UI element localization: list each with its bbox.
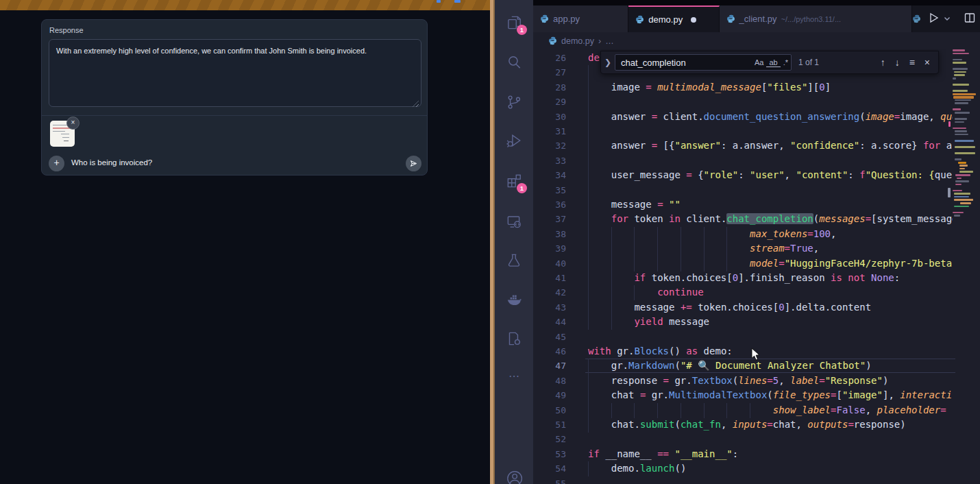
remove-image-button[interactable]: × (66, 117, 79, 130)
response-label: Response (49, 26, 84, 34)
upload-file-button[interactable]: + (49, 156, 64, 171)
find-input[interactable]: chat_completion Aa ab .* (615, 54, 792, 71)
code-line: answer = client.document_question_answer… (588, 110, 953, 125)
minimap-line (955, 134, 968, 136)
gradio-app: Response × + Who is being invoiced? (0, 0, 490, 484)
line-number: 48 (533, 374, 566, 388)
minimap-line (953, 68, 968, 70)
code-editor[interactable]: ❯ chat_completion Aa ab .* 1 of 1 ↑ ↓ ≡ … (533, 49, 980, 484)
match-case-toggle[interactable]: Aa (752, 58, 766, 66)
minimap-line (955, 99, 971, 101)
minimap-line (955, 174, 970, 176)
minimap-line (953, 90, 968, 92)
tab-demo-py[interactable]: demo.py (628, 5, 719, 32)
remote-explorer-icon[interactable] (505, 213, 523, 230)
activity-bar: 1 (495, 0, 533, 484)
tab-client-py[interactable]: _client.py ~/.../python3.11/... (720, 5, 912, 32)
code-line: if token.choices[0].finish_reason is not… (588, 271, 953, 286)
line-number: 50 (533, 403, 566, 418)
minimap-line (959, 171, 973, 173)
python-icon (635, 15, 644, 24)
account-icon[interactable] (505, 469, 523, 484)
line-number: 33 (533, 154, 566, 168)
window-divider[interactable] (490, 0, 495, 484)
line-number: 41 (533, 271, 566, 285)
extensions-badge: 1 (517, 183, 527, 193)
response-textarea[interactable] (49, 39, 421, 107)
docker-icon[interactable] (505, 291, 523, 309)
code-line (588, 330, 953, 345)
find-match-count: 1 of 1 (798, 58, 819, 67)
line-number: 42 (533, 285, 566, 300)
testing-icon[interactable] (505, 252, 523, 269)
explorer-badge: 1 (517, 25, 527, 35)
find-close-button[interactable]: × (924, 57, 930, 68)
tab-label: demo.py (648, 14, 683, 25)
more-views-icon[interactable]: ⋯ (505, 369, 523, 387)
find-query[interactable]: chat_completion (621, 58, 752, 68)
line-number: 39 (533, 241, 566, 256)
find-in-selection-button[interactable]: ≡ (909, 57, 915, 68)
minimap-line (954, 206, 969, 208)
tab-label: app.py (553, 14, 580, 24)
minimap-line (959, 165, 968, 167)
breadcrumb-file[interactable]: demo.py (561, 36, 594, 46)
run-debug-icon[interactable] (505, 132, 523, 149)
line-number: 31 (533, 124, 566, 138)
tab-app-py[interactable]: app.py (533, 5, 628, 32)
line-number: 38 (533, 227, 566, 241)
unsaved-dot[interactable] (691, 17, 696, 23)
breadcrumb-symbol[interactable]: … (605, 36, 614, 46)
regex-toggle[interactable]: .* (781, 58, 791, 66)
minimap-line (953, 84, 969, 86)
file-gear-icon[interactable] (505, 330, 523, 348)
code-line: response = gr.Textbox(lines=5, label="Re… (588, 374, 953, 389)
paper-plane-icon (409, 159, 418, 168)
minimap-line (953, 128, 966, 130)
tab-bar: app.py demo.py _client.py ~ (533, 5, 980, 32)
code-line (588, 154, 953, 169)
code-line (588, 124, 953, 139)
send-button[interactable] (406, 156, 421, 171)
line-number: 45 (533, 330, 566, 344)
chat-input-text[interactable]: Who is being invoiced? (71, 158, 152, 167)
find-toggle-replace-chevron[interactable]: ❯ (601, 58, 615, 67)
line-number: 51 (533, 418, 566, 432)
line-number: 27 (533, 65, 566, 80)
minimap-line (953, 108, 961, 110)
minimap-line (953, 53, 969, 55)
code-line: for token in client.chat_completion(mess… (588, 212, 953, 227)
editor-top-strip (533, 0, 980, 5)
find-previous-button[interactable]: ↑ (881, 57, 885, 68)
minimap[interactable] (953, 49, 977, 484)
line-number: 55 (533, 476, 566, 484)
minimap-line (955, 140, 974, 142)
minimap-line (953, 96, 974, 99)
search-icon[interactable] (505, 53, 523, 71)
code-line: message += token.choices[0].delta.conten… (588, 300, 953, 315)
explorer-icon[interactable]: 1 (505, 14, 523, 32)
minimap-line (954, 74, 965, 76)
minimap-line (954, 193, 970, 195)
find-next-button[interactable]: ↓ (895, 57, 900, 68)
code-line: user_message = {"role": "user", "content… (588, 168, 953, 183)
line-number: 26 (533, 51, 566, 65)
line-number: 44 (533, 315, 566, 329)
code-line: show_label=False, placeholder= (588, 403, 953, 418)
tab-bar-rest (912, 5, 980, 32)
breadcrumb: demo.py › … (533, 32, 980, 49)
extensions-icon[interactable]: 1 (505, 172, 523, 190)
run-dropdown-chevron[interactable] (943, 13, 951, 25)
whole-word-toggle[interactable]: ab (766, 58, 780, 67)
find-widget: ❯ chat_completion Aa ab .* 1 of 1 ↑ ↓ ≡ … (600, 51, 939, 74)
line-number: 53 (533, 447, 566, 461)
line-number: 29 (533, 95, 566, 109)
code-line: gr.Markdown("# 🔍 Document Analyzer Chatb… (588, 359, 953, 374)
line-number: 35 (533, 183, 566, 197)
run-python-button[interactable] (927, 11, 940, 27)
banner-blue-mark (437, 0, 441, 3)
source-control-icon[interactable] (505, 93, 523, 111)
split-editor-icon[interactable] (964, 12, 976, 27)
code-line: demo.launch() (588, 461, 953, 476)
minimap-line (955, 121, 964, 123)
